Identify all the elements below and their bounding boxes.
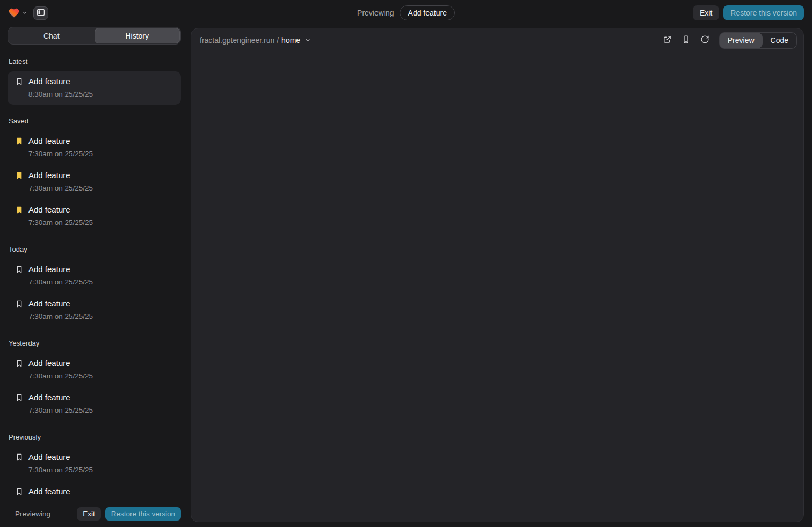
version-item[interactable]: Add feature 7:30am on 25/25/25 xyxy=(8,294,181,327)
version-timestamp: 8:30am on 25/25/25 xyxy=(28,90,93,99)
sidebar-tabs: Chat History xyxy=(8,27,181,45)
top-bar: Previewing Add feature Exit Restore this… xyxy=(0,0,812,26)
restore-button[interactable]: Restore this version xyxy=(723,5,804,20)
open-in-new-tab-button[interactable] xyxy=(661,33,674,48)
version-timestamp: 7:30am on 25/25/25 xyxy=(28,184,93,193)
preview-content[interactable] xyxy=(191,51,803,522)
version-title: Add feature xyxy=(28,452,93,463)
bookmark-outline-icon[interactable] xyxy=(15,393,24,402)
bookmark-outline-icon[interactable] xyxy=(15,265,24,274)
smartphone-icon xyxy=(682,35,691,46)
sidebar-toggle-button[interactable] xyxy=(33,6,48,20)
footer-previewing-label: Previewing xyxy=(15,510,50,518)
section-label: Today xyxy=(9,245,179,253)
url-bar[interactable]: fractal.gptengineer.run / home xyxy=(200,36,311,45)
version-title: Add feature xyxy=(28,76,93,87)
refresh-button[interactable] xyxy=(698,33,712,48)
version-item[interactable]: Add feature 7:30am on 25/25/25 xyxy=(8,131,181,164)
version-item[interactable]: Add feature 7:30am on 25/25/25 xyxy=(8,481,181,502)
url-host: fractal.gptengineer.run / xyxy=(200,36,279,45)
version-title: Add feature xyxy=(28,358,93,369)
chevron-down-icon xyxy=(305,37,311,43)
version-title: Add feature xyxy=(28,264,93,275)
version-title: Add feature xyxy=(28,392,93,403)
version-timestamp: 7:30am on 25/25/25 xyxy=(28,465,93,475)
section-label: Latest xyxy=(9,57,179,65)
section-label: Previously xyxy=(9,433,179,441)
lovable-heart-icon xyxy=(8,7,20,19)
sidebar-footer: Previewing Exit Restore this version xyxy=(8,502,181,521)
brand[interactable] xyxy=(8,7,27,19)
version-item[interactable]: Add feature 7:30am on 25/25/25 xyxy=(8,259,181,292)
version-badge: Add feature xyxy=(400,5,455,20)
version-item[interactable]: Add feature 7:30am on 25/25/25 xyxy=(8,165,181,199)
preview-header: fractal.gptengineer.run / home xyxy=(191,28,803,51)
mobile-view-button[interactable] xyxy=(679,33,693,48)
version-title: Add feature xyxy=(28,486,93,497)
tab-chat[interactable]: Chat xyxy=(9,28,95,43)
url-page: home xyxy=(281,36,300,45)
version-timestamp: 7:30am on 25/25/25 xyxy=(28,277,93,287)
footer-exit-button[interactable]: Exit xyxy=(77,507,101,521)
version-item[interactable]: Add feature 7:30am on 25/25/25 xyxy=(8,200,181,233)
bookmark-outline-icon[interactable] xyxy=(15,299,24,308)
section-label: Saved xyxy=(9,117,179,125)
version-item[interactable]: Add feature 7:30am on 25/25/25 xyxy=(8,353,181,386)
bookmark-outline-icon[interactable] xyxy=(15,487,24,496)
preview-status: Previewing Add feature xyxy=(357,5,455,20)
bookmark-filled-icon[interactable] xyxy=(15,171,24,180)
bookmark-outline-icon[interactable] xyxy=(15,77,24,86)
chevron-down-icon xyxy=(22,10,27,16)
version-item[interactable]: Add feature 7:30am on 25/25/25 xyxy=(8,447,181,480)
section-saved: Saved Add feature 7:30am on 25/25/25 Add… xyxy=(8,117,181,233)
exit-button[interactable]: Exit xyxy=(693,5,719,20)
version-timestamp: 7:30am on 25/25/25 xyxy=(28,371,93,381)
section-today: Today Add feature 7:30am on 25/25/25 Add… xyxy=(8,245,181,327)
preview-panel: fractal.gptengineer.run / home xyxy=(191,28,804,522)
bookmark-outline-icon[interactable] xyxy=(15,453,24,462)
version-timestamp: 7:30am on 25/25/25 xyxy=(28,312,93,321)
panel-left-icon xyxy=(36,8,46,19)
version-timestamp: 7:30am on 25/25/25 xyxy=(28,149,93,159)
toggle-code[interactable]: Code xyxy=(763,33,796,48)
bookmark-filled-icon[interactable] xyxy=(15,206,24,214)
history-sidebar: Chat History Latest Add feature 8:30am o… xyxy=(8,27,181,521)
section-previously: Previously Add feature 7:30am on 25/25/2… xyxy=(8,433,181,502)
previewing-label: Previewing xyxy=(357,9,394,17)
external-link-icon xyxy=(663,35,672,46)
version-list[interactable]: Latest Add feature 8:30am on 25/25/25 Sa… xyxy=(8,45,181,502)
footer-restore-button[interactable]: Restore this version xyxy=(105,507,181,521)
refresh-icon xyxy=(700,35,709,46)
version-title: Add feature xyxy=(28,204,93,215)
section-latest: Latest Add feature 8:30am on 25/25/25 xyxy=(8,57,181,105)
version-title: Add feature xyxy=(28,136,93,147)
version-title: Add feature xyxy=(28,298,93,309)
bookmark-outline-icon[interactable] xyxy=(15,359,24,368)
bookmark-filled-icon[interactable] xyxy=(15,137,24,145)
version-title: Add feature xyxy=(28,170,93,181)
section-label: Yesterday xyxy=(9,339,179,347)
version-timestamp: 7:30am on 25/25/25 xyxy=(28,406,93,415)
version-timestamp: 7:30am on 25/25/25 xyxy=(28,218,93,228)
toggle-preview[interactable]: Preview xyxy=(720,33,763,48)
version-item[interactable]: Add feature 8:30am on 25/25/25 xyxy=(8,71,181,105)
preview-code-toggle: Preview Code xyxy=(719,32,797,49)
tab-history[interactable]: History xyxy=(95,28,180,43)
version-item[interactable]: Add feature 7:30am on 25/25/25 xyxy=(8,387,181,421)
section-yesterday: Yesterday Add feature 7:30am on 25/25/25… xyxy=(8,339,181,421)
